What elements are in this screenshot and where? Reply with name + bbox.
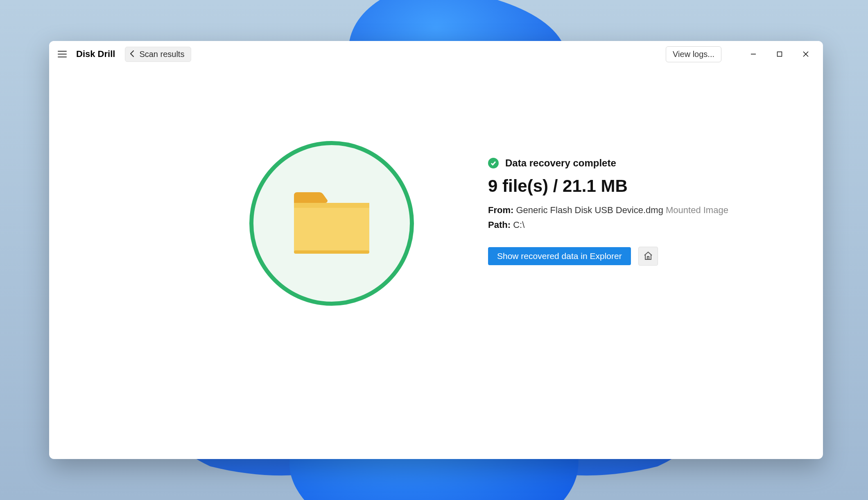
app-window: Disk Drill Scan results View logs...	[49, 41, 823, 459]
status-text: Data recovery complete	[505, 157, 616, 169]
success-ring	[249, 141, 414, 306]
maximize-button[interactable]	[766, 45, 793, 63]
path-row: Path: C:\	[488, 220, 728, 230]
svg-rect-7	[294, 250, 369, 254]
path-value: C:\	[513, 220, 524, 230]
show-recovered-button[interactable]: Show recovered data in Explorer	[488, 247, 631, 265]
view-logs-button[interactable]: View logs...	[666, 46, 721, 62]
result-details: Data recovery complete 9 file(s) / 21.1 …	[463, 141, 728, 266]
window-controls	[740, 45, 819, 63]
back-label: Scan results	[139, 50, 184, 59]
from-suffix: Mounted Image	[666, 205, 728, 215]
home-icon	[643, 250, 653, 262]
folder-icon	[291, 191, 373, 256]
titlebar: Disk Drill Scan results View logs...	[49, 41, 823, 67]
from-row: From: Generic Flash Disk USB Device.dmg …	[488, 205, 728, 216]
from-value: Generic Flash Disk USB Device.dmg	[516, 205, 663, 215]
content-area: Data recovery complete 9 file(s) / 21.1 …	[49, 67, 823, 459]
path-label: Path:	[488, 220, 511, 230]
home-button[interactable]	[638, 247, 658, 266]
minimize-button[interactable]	[740, 45, 766, 63]
app-title: Disk Drill	[76, 49, 115, 59]
summary-text: 9 file(s) / 21.1 MB	[488, 176, 728, 196]
svg-rect-6	[294, 203, 369, 208]
chevron-left-icon	[129, 50, 135, 59]
menu-icon[interactable]	[56, 48, 69, 61]
status-line: Data recovery complete	[488, 157, 728, 169]
check-circle-icon	[488, 158, 499, 168]
action-row: Show recovered data in Explorer	[488, 247, 728, 266]
svg-rect-2	[778, 52, 782, 57]
svg-rect-5	[294, 203, 369, 254]
back-button[interactable]: Scan results	[125, 47, 191, 62]
result-illustration	[201, 141, 463, 306]
close-button[interactable]	[793, 45, 819, 63]
from-label: From:	[488, 205, 513, 215]
